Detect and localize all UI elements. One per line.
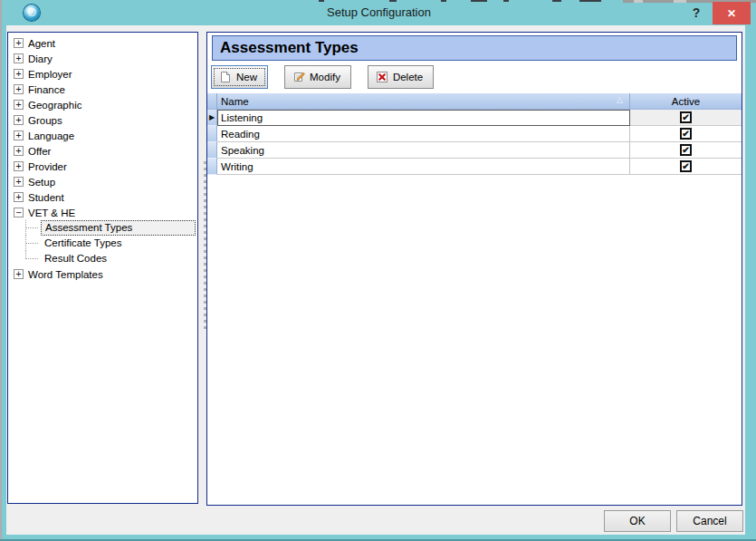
name-cell[interactable]: Speaking	[217, 142, 630, 159]
expand-icon[interactable]: +	[14, 100, 24, 110]
tree-item-language[interactable]: +Language	[8, 128, 197, 143]
table-row-reading[interactable]: Reading✔	[207, 126, 742, 142]
tree-item-diary[interactable]: +Diary	[8, 51, 197, 66]
row-indicator	[207, 159, 217, 175]
delete-button-label: Delete	[393, 72, 423, 82]
modify-button-label: Modify	[310, 72, 340, 82]
tree-item-certificate-types[interactable]: Certificate Types	[8, 236, 197, 251]
tree-item-student[interactable]: +Student	[8, 189, 197, 205]
column-header-active-label: Active	[672, 96, 700, 107]
close-button[interactable]: ✕	[713, 2, 751, 24]
column-header-active[interactable]: Active	[630, 93, 742, 109]
expand-icon[interactable]: +	[14, 38, 24, 48]
active-cell: ✔	[630, 159, 742, 175]
tree-item-label: Word Templates	[28, 269, 103, 280]
tree-item-label: Student	[28, 192, 64, 203]
tree-item-provider[interactable]: +Provider	[8, 159, 197, 174]
tree-item-result-codes[interactable]: Result Codes	[8, 251, 197, 266]
dialog-body: +Agent+Diary+Employer+Finance+Geographic…	[6, 25, 745, 535]
settings-tree: +Agent+Diary+Employer+Finance+Geographic…	[7, 32, 198, 504]
expand-icon[interactable]: +	[14, 130, 24, 140]
help-button[interactable]: ?	[687, 4, 705, 22]
tree-item-label: Offer	[28, 146, 51, 157]
row-indicator	[207, 142, 217, 159]
expand-icon[interactable]: +	[14, 84, 24, 94]
tree-item-label: Agent	[28, 38, 55, 49]
current-row-arrow-icon: ▶	[209, 114, 215, 121]
expand-icon[interactable]: +	[14, 115, 24, 125]
tree-item-groups[interactable]: +Groups	[8, 112, 197, 128]
sort-ascending-icon: △	[617, 95, 623, 104]
tree-item-label: Setup	[28, 177, 55, 188]
window-title: Setup Configuration	[2, 5, 756, 19]
expand-icon[interactable]: +	[14, 192, 24, 202]
tree-item-label: Provider	[28, 161, 67, 172]
active-cell: ✔	[630, 110, 742, 126]
grid-header-row: Name △ Active	[207, 93, 742, 110]
main-panel: Assessment Types New	[206, 32, 742, 506]
grid-header-indicator	[207, 93, 217, 109]
grid-body: ▶Listening✔Reading✔Speaking✔Writing✔	[207, 110, 742, 175]
edit-pencil-icon	[292, 71, 305, 83]
column-header-name[interactable]: Name △	[217, 93, 630, 109]
tree-item-label: Result Codes	[41, 252, 110, 266]
tree-item-label: Diary	[28, 53, 53, 64]
tree-item-label: Language	[28, 130, 74, 141]
active-checkbox[interactable]: ✔	[680, 144, 692, 156]
expand-icon[interactable]: +	[14, 69, 24, 79]
table-row-speaking[interactable]: Speaking✔	[207, 142, 742, 159]
expand-icon[interactable]: +	[14, 269, 24, 279]
titlebar[interactable]: Setup Configuration ? ✕	[2, 2, 756, 25]
delete-x-icon	[376, 71, 388, 83]
expand-icon[interactable]: +	[14, 177, 24, 187]
tree-item-label: VET & HE	[28, 208, 75, 218]
tree-item-label: Employer	[28, 69, 72, 80]
tree-item-label: Assessment Types	[41, 220, 196, 236]
active-checkbox[interactable]: ✔	[680, 128, 692, 140]
tree-item-label: Geographic	[28, 100, 81, 111]
cancel-button[interactable]: Cancel	[676, 510, 743, 532]
active-checkbox[interactable]: ✔	[680, 111, 692, 123]
toolbar: New Modify	[211, 65, 434, 90]
tree-item-vet-he[interactable]: −VET & HE	[8, 205, 197, 220]
tree-item-label: Certificate Types	[41, 237, 125, 250]
tree-item-label: Finance	[28, 84, 65, 95]
expand-icon[interactable]: +	[14, 161, 24, 171]
active-cell: ✔	[630, 126, 742, 142]
new-button[interactable]: New	[211, 65, 268, 89]
tree-item-label: Groups	[28, 115, 62, 126]
tree-item-offer[interactable]: +Offer	[8, 143, 197, 159]
tree-item-finance[interactable]: +Finance	[8, 82, 197, 97]
active-cell: ✔	[630, 142, 742, 159]
page-title: Assessment Types	[212, 35, 737, 61]
expand-icon[interactable]: +	[14, 53, 24, 63]
row-indicator: ▶	[207, 110, 217, 126]
new-button-label: New	[236, 72, 257, 82]
close-icon: ✕	[727, 7, 736, 20]
ok-button[interactable]: OK	[604, 510, 671, 532]
active-checkbox[interactable]: ✔	[680, 160, 692, 172]
table-row-writing[interactable]: Writing✔	[207, 159, 742, 175]
tree-item-geographic[interactable]: +Geographic	[8, 97, 197, 112]
tree-item-assessment-types[interactable]: Assessment Types	[8, 220, 197, 236]
setup-configuration-window: Setup Configuration ? ✕ +Agent+Diary+Emp…	[0, 0, 756, 541]
tree-item-agent[interactable]: +Agent	[8, 35, 197, 51]
modify-button[interactable]: Modify	[284, 65, 351, 89]
name-cell[interactable]: Listening	[217, 110, 630, 126]
delete-button[interactable]: Delete	[368, 65, 434, 89]
collapse-icon[interactable]: −	[14, 208, 24, 217]
expand-icon[interactable]: +	[14, 146, 24, 156]
name-cell[interactable]: Reading	[217, 126, 630, 142]
name-cell[interactable]: Writing	[217, 159, 630, 175]
table-row-listening[interactable]: ▶Listening✔	[207, 110, 742, 126]
assessment-types-grid: Name △ Active ▶Listening✔Reading✔Speakin…	[207, 93, 742, 175]
new-document-icon	[219, 71, 232, 83]
tree-item-setup[interactable]: +Setup	[8, 174, 197, 189]
row-indicator	[207, 126, 217, 142]
column-header-name-label: Name	[221, 96, 249, 107]
tree-item-word-templates[interactable]: +Word Templates	[8, 266, 197, 282]
tree-item-employer[interactable]: +Employer	[8, 66, 197, 82]
